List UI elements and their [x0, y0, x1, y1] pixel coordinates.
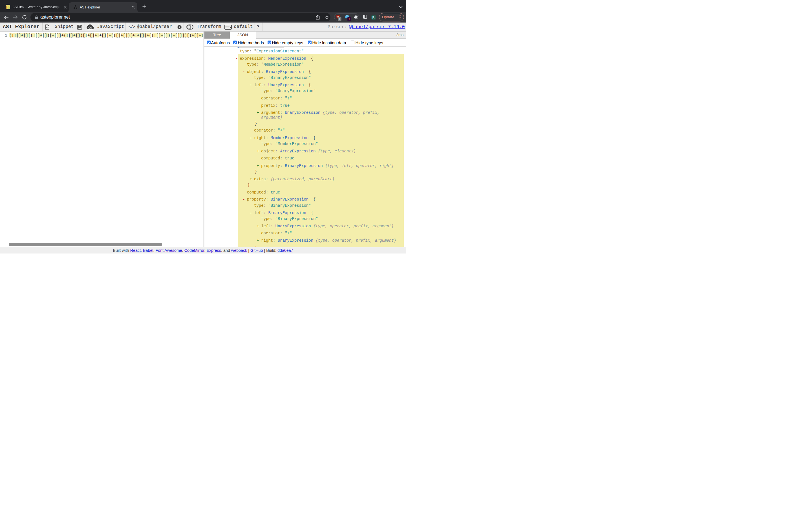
svg-text:[]: []	[6, 7, 8, 10]
svg-text:+: +	[9, 5, 10, 7]
svg-text:!: !	[9, 7, 10, 9]
